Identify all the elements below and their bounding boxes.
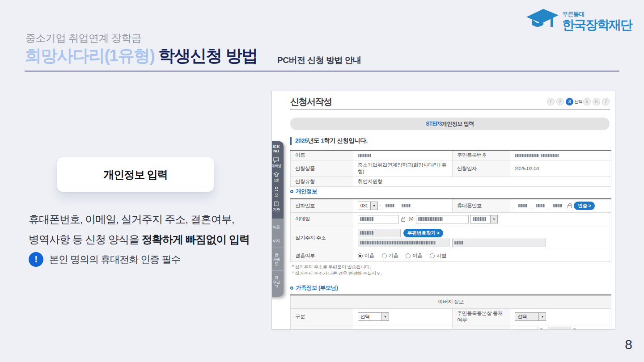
logo-small-label: 푸른등대 [562, 10, 632, 18]
description-line2-bold: 정확하게 빠짐없이 입력 [142, 233, 250, 245]
marriage-label: 결혼여부 [291, 250, 353, 261]
logo-text: 푸른등대 한국장학재단 [562, 10, 632, 31]
section-bullet-icon [290, 286, 293, 290]
quickmenu-item-mypage[interactable]: 이지 [271, 234, 283, 248]
quickmenu-item-student[interactable]: 재학생 [271, 157, 283, 168]
radio-divorced[interactable]: 이혼 [406, 253, 422, 258]
date-value: 2025-02-04 [510, 160, 611, 177]
address-detail-input[interactable] [452, 239, 546, 247]
person-icon [274, 186, 279, 192]
slide-title-highlight: 희망사다리(1유형) [25, 46, 154, 65]
father-info-table: 아버지 정보 구분 선택▼ 주민등록등본상 등재여부 선택▼ 성명(아버지) 주… [290, 295, 611, 330]
step-5[interactable]: 5 [583, 98, 591, 105]
notice-mid: 년도 [308, 137, 321, 144]
mobile-mid-input[interactable] [532, 202, 548, 209]
father-rrn-cell: - 실명확인 > [510, 325, 611, 330]
registry-cell: 선택▼ [510, 308, 611, 325]
name-value [353, 150, 452, 160]
father-table-title: 아버지 정보 [291, 295, 611, 308]
cap-icon [273, 172, 280, 177]
slide-eyebrow: 중소기업 취업연계 장학금 [25, 31, 141, 45]
father-name-label: 성명(아버지) [291, 325, 353, 330]
phone-area-select[interactable]: 031▼ [358, 202, 378, 210]
slide-subtitle: PC버전 신청 방법 안내 [277, 55, 361, 66]
email-domain-input[interactable] [416, 215, 469, 223]
email-id-input[interactable] [358, 215, 399, 223]
father-rrn-front-input[interactable] [515, 327, 538, 330]
phone-cell: 031▼- [353, 199, 452, 212]
radio-icon [406, 253, 411, 258]
quickmenu-item-support[interactable]: 합 지원 도 [271, 248, 283, 271]
quick-menu-header: ICK NU [271, 144, 283, 153]
type-value: 취업지원형 [353, 177, 611, 187]
zipcode-input[interactable] [358, 229, 401, 237]
address-label: 실거주지 주소 [291, 226, 353, 250]
radio-icon [382, 253, 387, 258]
father-rrn-back-input[interactable] [548, 327, 571, 330]
father-type-select[interactable]: 선택▼ [358, 312, 389, 321]
chevron-down-icon: ▼ [538, 313, 546, 320]
page-number: 8 [625, 337, 632, 352]
personal-section-header: 개인정보 [290, 188, 317, 195]
quickmenu-item-parent[interactable]: 모 [271, 186, 283, 197]
radio-widowed[interactable]: 사별 [430, 253, 446, 258]
quickmenu-item-institution[interactable]: 기관 [271, 201, 283, 212]
radio-single[interactable]: 미혼 [358, 253, 374, 258]
redacted-rrn [515, 154, 539, 157]
quickmenu-item-logout[interactable]: 아웃 [271, 220, 283, 234]
title-divider [290, 109, 610, 109]
mobile-cell: 인증 > [510, 199, 611, 212]
zipcode-search-button[interactable]: 우편번호찾기 > [403, 229, 443, 237]
step-7[interactable]: 7 [602, 98, 610, 105]
step-2[interactable]: 2 [556, 98, 564, 105]
address-cell: 우편번호찾기 > [353, 226, 611, 250]
step-banner-step: STEP3 [426, 121, 442, 127]
mobile-last-input[interactable] [550, 202, 566, 209]
step-1[interactable]: 1 [547, 98, 555, 105]
product-label: 신청상품 [291, 160, 353, 177]
notice-tail: 학기 신청입니다. [324, 137, 368, 144]
quickmenu-item-freshman[interactable]: 1생 [271, 172, 283, 182]
application-form-screenshot: 신청서작성 1 2 3 선택 5 6 7 STEP3 개인정보 입력 2025년… [271, 91, 615, 330]
description-line2: 병역사항 등 신청 양식을 [29, 233, 142, 245]
description-text: 휴대폰번호, 이메일, 실거주지 주소, 결혼여부, 병역사항 등 신청 양식을… [29, 209, 250, 249]
quick-menu-bottom: 아웃 이지 합 지원 도 금 수급 고 [271, 219, 284, 297]
quick-menu: ICK NU 재학생 1생 모 기관 아웃 이지 합 지원 도 금 수급 고 [271, 141, 284, 297]
verify-button[interactable]: 인증 > [574, 202, 595, 210]
registry-select[interactable]: 선택▼ [515, 312, 546, 321]
family-section-title: 가족정보 (부모님) [296, 284, 338, 292]
phone-mid-input[interactable] [382, 202, 398, 209]
exclamation-icon: ! [29, 252, 43, 267]
slide-title: 희망사다리(1유형) 학생신청 방법 [25, 45, 258, 67]
at-sign: @ [408, 216, 413, 221]
address-main-input[interactable] [358, 239, 449, 247]
family-section-header: 가족정보 (부모님) [290, 284, 338, 292]
personal-section-title: 개인정보 [296, 188, 317, 195]
personal-info-table: 전화번호 031▼- 휴대폰번호 인증 > 이메일 @ ▼ [290, 198, 611, 262]
lock-icon [401, 219, 405, 222]
step-indicator: 1 2 3 선택 5 6 7 [547, 98, 610, 105]
step-banner: STEP3 개인정보 입력 [290, 118, 610, 130]
summary-table: 이름 주민등록번호 신청상품 중소기업취업연계장학금(희망사다리 I 유형) 신… [290, 150, 611, 187]
chevron-down-icon: ▼ [370, 202, 377, 210]
step-3-active[interactable]: 3 [566, 98, 573, 105]
table-row: 신청유형 취업지원형 [291, 177, 611, 187]
table-row: 이름 주민등록번호 [291, 150, 611, 160]
radio-married[interactable]: 기혼 [382, 253, 398, 258]
phone-label: 전화번호 [291, 199, 353, 212]
father-rrn-label: 주민등록번호 [453, 325, 510, 330]
scrollbar[interactable] [612, 114, 612, 329]
step-6[interactable]: 6 [593, 98, 600, 105]
hyphen: - [379, 202, 381, 208]
description-line1: 휴대폰번호, 이메일, 실거주지 주소, 결혼여부, [29, 213, 234, 225]
table-row: 전화번호 031▼- 휴대폰번호 인증 > [291, 199, 611, 212]
step-banner-label: 개인정보 입력 [442, 120, 474, 128]
redacted-name [358, 154, 371, 157]
email-domain-select[interactable]: ▼ [470, 215, 498, 223]
quickmenu-item-benefit[interactable]: 금 수급 고 [271, 271, 283, 293]
marriage-cell: 미혼 기혼 이혼 사별 [353, 250, 611, 261]
email-cell: @ ▼ [353, 212, 611, 226]
mobile-carrier-input[interactable] [515, 202, 531, 209]
step-selected-label: 선택 [574, 99, 582, 105]
phone-last-input[interactable] [398, 202, 414, 209]
